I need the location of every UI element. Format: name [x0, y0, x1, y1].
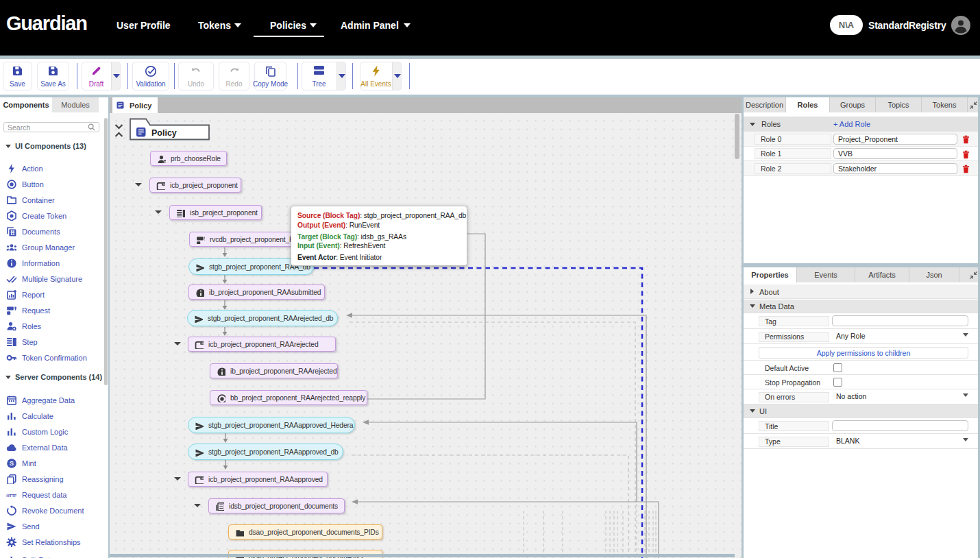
svg-text:HTTP: HTTP — [6, 494, 16, 498]
svg-text:Policy: Policy — [151, 128, 177, 138]
svg-text:S: S — [10, 459, 14, 467]
